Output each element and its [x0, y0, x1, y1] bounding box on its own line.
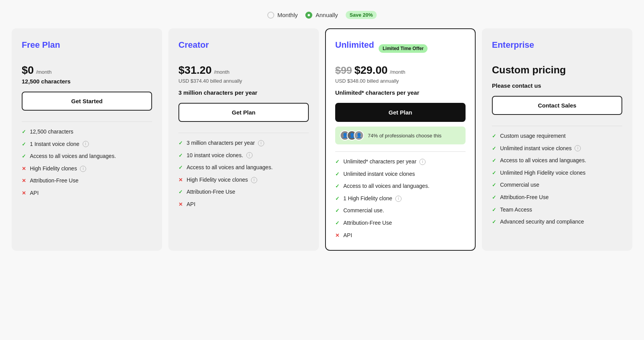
feature-text: Attribution-Free Use: [343, 219, 392, 227]
feature-text: Attribution-Free Use: [187, 188, 235, 196]
feature-text-row: Unlimited instant voice clones: [343, 170, 415, 178]
check-icon: ✓: [335, 195, 339, 202]
info-icon[interactable]: i: [395, 196, 402, 202]
price-sub-unlimited: USD $348.00 billed annually: [335, 78, 466, 84]
characters-label-enterprise: Please contact us: [492, 82, 622, 89]
feature-text-row: Attribution-Free Use: [500, 194, 549, 201]
cta-button-enterprise[interactable]: Contact Sales: [492, 96, 622, 115]
annually-option[interactable]: Annually: [305, 12, 338, 19]
cross-icon: ✕: [22, 177, 26, 184]
check-icon: ✓: [492, 206, 496, 213]
check-icon: ✓: [492, 170, 496, 177]
feature-text-row: Unlimited instant voice clonesi: [500, 145, 581, 153]
feature-text-row: Team Access: [500, 206, 532, 214]
characters-label-unlimited: Unlimited* characters per year: [335, 89, 466, 96]
feature-text: Commercial use.: [343, 207, 384, 215]
feature-item: ✓Access to all voices and languages.: [335, 182, 466, 190]
info-icon[interactable]: i: [251, 177, 257, 183]
feature-item: ✓Unlimited* characters per yeari: [335, 158, 466, 166]
check-icon: ✓: [492, 194, 496, 201]
feature-item: ✕High Fidelity clonesi: [22, 165, 152, 173]
feature-item: ✓1 Instant voice clonei: [22, 141, 152, 148]
check-icon: ✓: [178, 189, 183, 196]
feature-text: Attribution-Free Use: [500, 194, 549, 201]
feature-text-row: Commercial use.: [343, 207, 384, 215]
feature-text-row: Attribution-Free Use: [343, 219, 392, 227]
feature-text: Unlimited* characters per year: [343, 158, 416, 166]
feature-text-row: Custom usage requirement: [500, 132, 566, 140]
divider-creator: [178, 133, 309, 133]
feature-list-enterprise: ✓Custom usage requirement✓Unlimited inst…: [492, 132, 622, 226]
monthly-option[interactable]: Monthly: [267, 12, 298, 19]
plans-grid: Free Plan$0/month12,500 charactersGet St…: [12, 28, 632, 251]
feature-text-row: Unlimited High Fidelity voice clones: [500, 169, 585, 177]
plan-title-unlimited: Unlimited: [335, 40, 374, 50]
feature-text-row: API: [30, 189, 39, 197]
plan-title-row-enterprise: Enterprise: [492, 40, 622, 57]
info-icon[interactable]: i: [575, 145, 581, 151]
feature-text: API: [30, 189, 39, 197]
info-icon[interactable]: i: [246, 152, 253, 158]
feature-item: ✓Access to all voices and languages.: [178, 164, 309, 172]
feature-item: ✓Commercial use: [492, 181, 622, 189]
feature-text: 3 million characters per year: [187, 139, 255, 147]
feature-text-row: API: [187, 201, 196, 208]
feature-text: Custom usage requirement: [500, 132, 566, 140]
feature-item: ✓Custom usage requirement: [492, 132, 622, 140]
divider-free: [22, 121, 152, 122]
cross-icon: ✕: [178, 177, 183, 184]
plan-card-enterprise: EnterpriseCustom pricingPlease contact u…: [482, 28, 632, 251]
check-icon: ✓: [178, 152, 183, 159]
check-icon: ✓: [492, 182, 496, 189]
feature-item: ✓Commercial use.: [335, 207, 466, 215]
cta-button-free[interactable]: Get Started: [22, 92, 152, 111]
info-icon[interactable]: i: [258, 140, 264, 146]
monthly-radio[interactable]: [267, 12, 274, 19]
plan-card-unlimited: UnlimitedLimited Time Offer$99$29.00/mon…: [325, 28, 476, 251]
feature-item: ✕API: [178, 201, 309, 208]
social-proof-text: 74% of professionals choose this: [368, 133, 441, 139]
info-icon[interactable]: i: [83, 141, 89, 147]
feature-text: Advanced security and compliance: [500, 218, 584, 226]
feature-text-row: API: [343, 232, 352, 239]
check-icon: ✓: [492, 145, 496, 152]
avatar: 👤: [354, 130, 364, 141]
info-icon[interactable]: i: [419, 159, 426, 165]
feature-list-free: ✓12,500 characters✓1 Instant voice clone…: [22, 128, 152, 197]
feature-item: ✓Unlimited instant voice clonesi: [492, 145, 622, 153]
feature-text: Unlimited instant voice clones: [343, 170, 415, 178]
feature-item: ✓Attribution-Free Use: [492, 194, 622, 201]
annually-radio[interactable]: [305, 12, 312, 19]
price-row-unlimited: $99$29.00/month: [335, 64, 466, 76]
feature-text: Access to all voices and languages.: [343, 182, 429, 190]
feature-item: ✕API: [335, 232, 466, 239]
plan-card-creator: Creator$31.20/monthUSD $374.40 billed an…: [168, 28, 319, 251]
feature-text: Commercial use: [500, 181, 539, 189]
feature-text: High Fidelity clones: [30, 165, 77, 173]
feature-text-row: Attribution-Free Use: [187, 188, 235, 196]
feature-text: 1 Instant voice clone: [30, 141, 80, 148]
billing-toggle: Monthly Annually Save 20%: [8, 8, 636, 19]
feature-item: ✓12,500 characters: [22, 128, 152, 136]
feature-text: Access to all voices and languages.: [187, 164, 273, 172]
feature-text: Access to all voices and languages.: [500, 157, 586, 165]
plan-title-creator: Creator: [178, 40, 209, 50]
characters-label-free: 12,500 characters: [22, 78, 152, 85]
check-icon: ✓: [22, 128, 26, 135]
cta-button-unlimited[interactable]: Get Plan: [335, 103, 466, 122]
feature-list-unlimited: ✓Unlimited* characters per yeari✓Unlimit…: [335, 158, 466, 239]
cta-button-creator[interactable]: Get Plan: [178, 103, 309, 122]
feature-text: Access to all voices and languages.: [30, 153, 116, 160]
info-icon[interactable]: i: [80, 166, 86, 172]
feature-text: High Fidelity voice clones: [187, 176, 248, 184]
feature-text-row: Access to all voices and languages.: [343, 182, 429, 190]
feature-item: ✕API: [22, 189, 152, 197]
feature-text-row: Advanced security and compliance: [500, 218, 584, 226]
price-main-creator: $31.20: [178, 64, 212, 76]
feature-text-row: High Fidelity clonesi: [30, 165, 86, 173]
feature-item: ✓1 High Fidelity clonei: [335, 195, 466, 203]
check-icon: ✓: [492, 219, 496, 226]
plan-card-free: Free Plan$0/month12,500 charactersGet St…: [12, 28, 162, 251]
feature-text-row: Commercial use: [500, 181, 539, 189]
feature-item: ✓Unlimited High Fidelity voice clones: [492, 169, 622, 177]
